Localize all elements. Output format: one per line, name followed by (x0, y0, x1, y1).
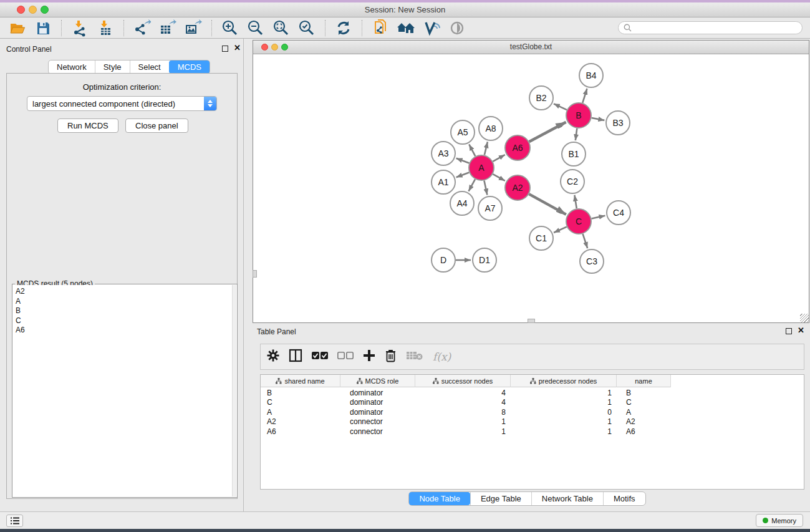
result-list-item[interactable]: C (13, 316, 236, 326)
open-file-button[interactable] (7, 19, 27, 37)
unselect-all-button[interactable] (337, 351, 354, 362)
delete-table-button[interactable] (406, 350, 423, 364)
table-cell[interactable]: A2 (617, 417, 671, 426)
table-cell[interactable]: 1 (415, 417, 511, 426)
column-header-mcds-role[interactable]: MCDS role (340, 375, 415, 387)
table-cell[interactable]: A6 (617, 427, 671, 436)
tab-motifs[interactable]: Motifs (603, 492, 645, 505)
zoom-traffic-light[interactable] (41, 6, 49, 14)
result-scrollbar[interactable] (232, 285, 236, 496)
node-D1[interactable]: D1 (473, 248, 496, 272)
float-panel-icon[interactable] (222, 46, 228, 52)
edge-A-A1[interactable] (456, 172, 470, 177)
zoom-traffic-light[interactable] (281, 44, 288, 51)
edge-C-C3[interactable] (583, 234, 588, 248)
memory-button[interactable]: Memory (756, 514, 803, 527)
result-list-item[interactable]: A6 (13, 326, 236, 336)
column-header-successor-nodes[interactable]: successor nodes (415, 375, 511, 387)
node-A[interactable]: A (469, 155, 494, 180)
refresh-button[interactable] (334, 19, 354, 37)
network-view-window[interactable]: testGlobe.txt AA1A2A3A4A5A6A7A8BB1B2B3B4… (253, 40, 809, 323)
table-cell[interactable]: 1 (511, 389, 617, 397)
node-C2[interactable]: C2 (561, 170, 584, 193)
table-cell[interactable]: B (617, 389, 671, 397)
node-A4[interactable]: A4 (450, 191, 474, 215)
node-A3[interactable]: A3 (432, 142, 455, 165)
edge-A-A3[interactable] (456, 158, 470, 163)
column-header-name[interactable]: name (617, 375, 671, 387)
network-graph[interactable]: AA1A2A3A4A5A6A7A8BB1B2B3B4CC1C2C3C4DD1 (253, 54, 809, 322)
zoom-in-button[interactable] (220, 19, 240, 37)
edge-A6-B[interactable] (529, 122, 566, 142)
result-list-item[interactable]: A2 (13, 287, 236, 297)
mcds-result-list[interactable]: A2ABCA6 (13, 285, 236, 496)
edge-A-A7[interactable] (484, 181, 487, 195)
table-cell[interactable]: A (617, 408, 671, 417)
table-row[interactable]: Bdominator41B (261, 388, 804, 398)
edge-B-B2[interactable] (554, 104, 567, 110)
function-builder-button[interactable]: f(x) (433, 351, 451, 363)
export-table-button[interactable] (158, 19, 178, 37)
node-B3[interactable]: B3 (606, 111, 630, 135)
edge-B-B1[interactable] (576, 128, 577, 140)
node-table[interactable]: shared name MCDS role successor nodes pr… (260, 374, 804, 490)
float-panel-icon[interactable] (786, 328, 792, 334)
close-traffic-light[interactable] (261, 44, 268, 51)
table-row[interactable]: Cdominator41C (261, 398, 804, 408)
main-window-titlebar[interactable]: Session: New Session (0, 2, 810, 17)
table-row[interactable]: A6connector11A6 (261, 427, 804, 437)
edge-A-A2[interactable] (493, 174, 504, 181)
edge-B-B3[interactable] (592, 118, 605, 120)
column-header-predecessor-nodes[interactable]: predecessor nodes (511, 375, 617, 387)
table-cell[interactable]: 1 (511, 417, 617, 426)
table-cell[interactable]: dominator (340, 398, 415, 407)
zoom-out-button[interactable] (246, 19, 266, 37)
network-window-titlebar[interactable]: testGlobe.txt (253, 41, 809, 54)
close-panel-button[interactable]: Close panel (125, 118, 188, 133)
import-network-button[interactable] (70, 19, 90, 37)
save-session-button[interactable] (33, 19, 53, 37)
minimize-traffic-light[interactable] (271, 44, 278, 51)
table-cell[interactable]: A (261, 408, 340, 417)
resize-handle-left[interactable] (253, 270, 257, 278)
tab-select[interactable]: Select (130, 60, 169, 74)
search-input[interactable] (634, 24, 797, 32)
table-cell[interactable]: 1 (511, 398, 617, 407)
table-cell[interactable]: 8 (415, 408, 511, 417)
table-cell[interactable]: 4 (415, 389, 511, 397)
node-A5[interactable]: A5 (451, 120, 475, 144)
criterion-dropdown[interactable]: largest connected component (directed) (27, 96, 217, 111)
close-traffic-light[interactable] (17, 6, 25, 14)
search-field[interactable] (618, 21, 803, 34)
node-A7[interactable]: A7 (478, 196, 502, 220)
table-cell[interactable]: 1 (511, 427, 617, 436)
table-cell[interactable]: 4 (415, 398, 511, 407)
add-column-button[interactable] (363, 349, 375, 364)
edge-A-A4[interactable] (469, 179, 475, 191)
export-image-button[interactable] (183, 19, 203, 37)
clone-network-button[interactable] (370, 19, 390, 37)
show-column-button[interactable] (289, 349, 302, 365)
edge-A2-C[interactable] (529, 194, 566, 215)
result-list-item[interactable]: A (13, 297, 236, 307)
node-A2[interactable]: A2 (505, 175, 530, 200)
table-row[interactable]: A2connector11A2 (261, 417, 804, 427)
zoom-fit-button[interactable] (271, 19, 291, 37)
select-all-button[interactable] (312, 351, 328, 362)
node-C4[interactable]: C4 (607, 201, 630, 225)
table-cell[interactable]: dominator (340, 408, 415, 417)
node-B2[interactable]: B2 (529, 86, 553, 110)
node-C[interactable]: C (566, 209, 591, 234)
resize-handle-bottom[interactable] (528, 319, 535, 323)
table-cell[interactable]: C (261, 398, 340, 407)
result-list-item[interactable]: B (13, 306, 236, 316)
tab-mcds[interactable]: MCDS (169, 60, 210, 74)
resize-grip-corner[interactable] (800, 314, 809, 322)
table-cell[interactable]: connector (340, 427, 415, 436)
table-cell[interactable]: dominator (340, 389, 415, 397)
export-network-button[interactable] (132, 19, 152, 37)
edge-A-A6[interactable] (493, 155, 504, 162)
cyndex-button[interactable] (422, 19, 441, 37)
table-cell[interactable]: connector (340, 417, 415, 426)
table-cell[interactable]: 1 (415, 427, 511, 436)
